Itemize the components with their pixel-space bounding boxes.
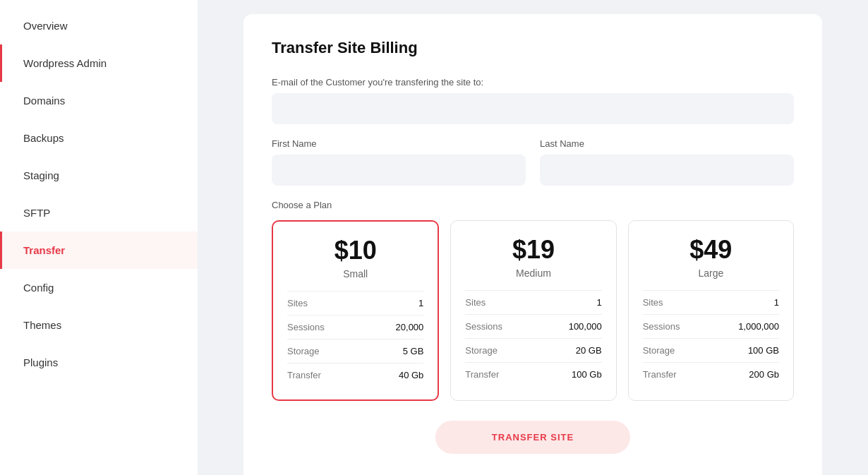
- plan-name-medium: Medium: [465, 267, 601, 279]
- page-title: Transfer Site Billing: [272, 39, 794, 57]
- plan-price-medium: $19: [465, 235, 601, 265]
- plan-feature-row: Storage5 GB: [287, 339, 423, 363]
- plan-feature-row: Transfer100 Gb: [465, 363, 601, 386]
- feature-name: Storage: [465, 345, 498, 356]
- feature-name: Transfer: [465, 369, 499, 380]
- feature-value: 100,000: [569, 321, 602, 332]
- transfer-button-wrapper: TRANSFER SITE: [272, 421, 794, 454]
- transfer-billing-card: Transfer Site Billing E-mail of the Cust…: [243, 14, 822, 475]
- email-label: E-mail of the Customer you're transferin…: [272, 77, 794, 88]
- plan-feature-row: Transfer40 Gb: [287, 363, 423, 387]
- plan-feature-row: Sessions100,000: [465, 315, 601, 339]
- plan-feature-row: Sessions20,000: [287, 315, 423, 339]
- plan-feature-row: Sites1: [465, 291, 601, 315]
- feature-value: 20,000: [396, 322, 424, 332]
- sidebar-item-config[interactable]: Config: [0, 269, 198, 306]
- feature-name: Transfer: [287, 370, 321, 380]
- plan-price-small: $10: [287, 236, 423, 265]
- plan-feature-row: Sites1: [287, 291, 423, 315]
- plan-feature-row: Sites1: [643, 291, 779, 315]
- first-name-label: First Name: [272, 138, 526, 149]
- plan-price-large: $49: [643, 235, 779, 265]
- feature-value: 1: [774, 297, 779, 308]
- first-name-input[interactable]: [272, 155, 526, 186]
- feature-name: Sessions: [465, 321, 502, 332]
- sidebar-item-backups[interactable]: Backups: [0, 119, 198, 157]
- feature-value: 40 Gb: [399, 370, 423, 380]
- last-name-group: Last Name: [540, 138, 794, 186]
- plan-card-large[interactable]: $49LargeSites1Sessions1,000,000Storage10…: [628, 220, 794, 401]
- plan-features-small: Sites1Sessions20,000Storage5 GBTransfer4…: [287, 291, 423, 387]
- email-input[interactable]: [272, 93, 794, 124]
- sidebar-item-wordpress-admin[interactable]: Wordpress Admin: [0, 44, 198, 82]
- sidebar-item-staging[interactable]: Staging: [0, 157, 198, 194]
- feature-value: 100 GB: [748, 345, 779, 356]
- feature-name: Storage: [287, 346, 320, 356]
- feature-value: 200 Gb: [749, 369, 779, 380]
- first-name-group: First Name: [272, 138, 526, 186]
- plans-grid: $10SmallSites1Sessions20,000Storage5 GBT…: [272, 220, 794, 401]
- plan-card-medium[interactable]: $19MediumSites1Sessions100,000Storage20 …: [450, 220, 616, 401]
- feature-name: Storage: [643, 345, 675, 356]
- plan-feature-row: Storage20 GB: [465, 339, 601, 363]
- feature-value: 5 GB: [403, 346, 424, 356]
- plan-features-large: Sites1Sessions1,000,000Storage100 GBTran…: [643, 290, 779, 386]
- transfer-site-button[interactable]: TRANSFER SITE: [435, 421, 630, 454]
- choose-plan-section: Choose a Plan $10SmallSites1Sessions20,0…: [272, 200, 794, 401]
- email-group: E-mail of the Customer you're transferin…: [272, 77, 794, 124]
- feature-value: 20 GB: [576, 345, 602, 356]
- feature-name: Transfer: [643, 369, 677, 380]
- plan-feature-row: Storage100 GB: [643, 339, 779, 363]
- feature-name: Sessions: [287, 322, 325, 332]
- last-name-input[interactable]: [540, 155, 794, 186]
- sidebar-item-themes[interactable]: Themes: [0, 306, 198, 344]
- plan-feature-row: Sessions1,000,000: [643, 315, 779, 339]
- sidebar: OverviewWordpress AdminDomainsBackupsSta…: [0, 0, 198, 475]
- feature-value: 1: [418, 298, 423, 308]
- sidebar-item-domains[interactable]: Domains: [0, 82, 198, 119]
- plan-name-large: Large: [643, 267, 779, 279]
- choose-plan-label: Choose a Plan: [272, 200, 794, 210]
- plan-name-small: Small: [287, 268, 423, 279]
- feature-name: Sites: [643, 297, 663, 308]
- plan-card-small[interactable]: $10SmallSites1Sessions20,000Storage5 GBT…: [272, 220, 439, 401]
- feature-value: 1: [596, 297, 601, 308]
- sidebar-item-sftp[interactable]: SFTP: [0, 194, 198, 232]
- feature-value: 100 Gb: [572, 369, 602, 380]
- last-name-label: Last Name: [540, 138, 794, 149]
- plan-feature-row: Transfer200 Gb: [643, 363, 779, 386]
- plan-features-medium: Sites1Sessions100,000Storage20 GBTransfe…: [465, 290, 601, 386]
- sidebar-item-transfer[interactable]: Transfer: [0, 232, 198, 269]
- feature-name: Sessions: [643, 321, 680, 332]
- sidebar-item-plugins[interactable]: Plugins: [0, 344, 198, 381]
- main-content: Transfer Site Billing E-mail of the Cust…: [198, 0, 868, 475]
- feature-name: Sites: [287, 298, 308, 308]
- feature-value: 1,000,000: [738, 321, 779, 332]
- name-row: First Name Last Name: [272, 138, 794, 186]
- sidebar-item-overview[interactable]: Overview: [0, 7, 198, 44]
- feature-name: Sites: [465, 297, 486, 308]
